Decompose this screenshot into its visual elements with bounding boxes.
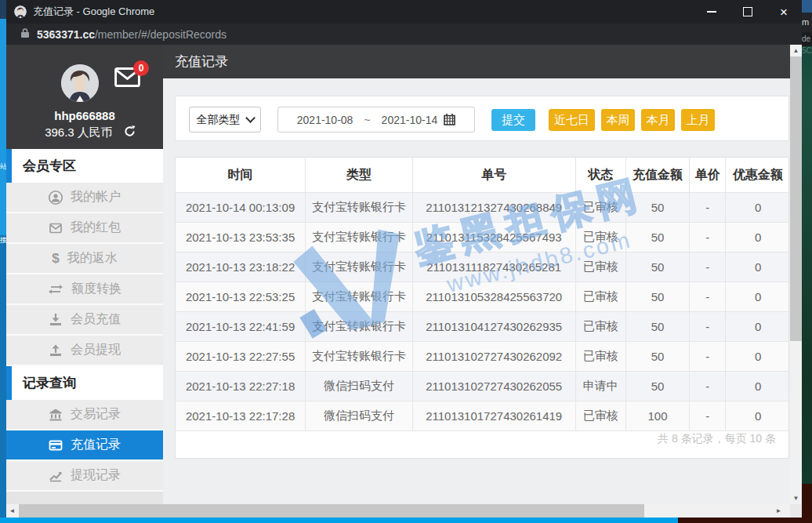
lock-icon (20, 27, 30, 42)
status-badge: 已审核 (575, 193, 625, 223)
desktop: 站 接 m de 5C 充值记录 - Google Chrome × (0, 0, 812, 523)
vertical-scrollbar[interactable]: ▲ ▼ (790, 45, 802, 504)
table-row: 2021-10-13 22:27:18 微信扫码支付 2110131027274… (176, 372, 789, 401)
minimize-button[interactable] (694, 0, 730, 24)
chevron-down-icon (245, 113, 256, 123)
scroll-up-arrow-icon[interactable]: ▲ (790, 45, 802, 56)
table-header-row: 时间 类型 单号 状态 充值金额 单价 优惠金额 赠送金额 (176, 158, 789, 193)
col-unit-price: 单价 (690, 158, 726, 193)
col-amount: 充值金额 (625, 158, 689, 193)
col-discount: 优惠金额 (726, 158, 789, 193)
calendar-icon[interactable] (444, 114, 455, 125)
this-week-button[interactable]: 本周 (601, 109, 635, 131)
section-header-member-zone: 会员专区 (6, 149, 163, 183)
browser-window: 充值记录 - Google Chrome × 5363371.cc/member… (6, 0, 802, 518)
maximize-button[interactable] (730, 0, 766, 24)
page: 0 hhp666888 396.3 人民币 会员专区 我的帐户 (6, 45, 802, 504)
type-select[interactable]: 全部类型 (189, 107, 261, 133)
sidebar-item-quota-transfer[interactable]: 额度转换 (6, 274, 163, 305)
date-separator: ~ (364, 114, 370, 126)
sidebar-item-my-red-packet[interactable]: 我的红包 (6, 213, 163, 244)
status-badge: 已审核 (575, 223, 625, 252)
date-range-input[interactable]: 2021-10-08 ~ 2021-10-14 (277, 107, 475, 133)
sidebar-item-label: 我的帐户 (71, 189, 121, 205)
site-favicon-icon (14, 5, 27, 18)
sidebar-item-label: 充值记录 (71, 437, 121, 453)
sidebar-item-transaction-records[interactable]: 交易记录 (6, 400, 163, 430)
sidebar-item-deposit-records[interactable]: 充值记录 (6, 430, 163, 461)
sidebar-item-label: 我的返水 (67, 250, 118, 267)
date-to: 2021-10-14 (382, 114, 438, 126)
bank-icon (49, 408, 63, 422)
sidebar-item-label: 额度转换 (71, 281, 121, 297)
scroll-right-arrow-icon[interactable]: ► (773, 504, 785, 518)
username: hhp666888 (6, 109, 163, 122)
sidebar-item-member-withdraw[interactable]: 会员提现 (6, 336, 163, 366)
address-bar[interactable]: 5363371.cc/member/#/depositRecords (6, 24, 802, 45)
dollar-icon: $ (52, 252, 59, 265)
sidebar-item-label: 我的红包 (71, 220, 121, 236)
sidebar-item-label: 提现记录 (71, 467, 121, 484)
red-packet-icon (49, 221, 63, 235)
last-seven-days-button[interactable]: 近七日 (549, 109, 595, 131)
col-order-no: 单号 (412, 158, 575, 193)
url-domain: 5363371.cc (37, 28, 95, 41)
date-from: 2021-10-08 (297, 114, 353, 126)
table-row: 2021-10-13 22:27:55 支付宝转账银行卡 21101310272… (176, 342, 789, 372)
desktop-edge-right: m de 5C (802, 0, 812, 523)
window-title: 充值记录 - Google Chrome (33, 5, 154, 19)
sidebar: 0 hhp666888 396.3 人民币 会员专区 我的帐户 (6, 45, 163, 504)
sidebar-item-withdraw-records[interactable]: 提现记录 (6, 461, 163, 492)
col-time: 时间 (176, 158, 306, 193)
sidebar-item-my-rebate[interactable]: $ 我的返水 (6, 244, 163, 274)
avatar[interactable] (61, 64, 99, 102)
mail-badge: 0 (133, 60, 149, 76)
submit-button[interactable]: 提交 (491, 109, 535, 131)
transfer-icon (48, 282, 63, 296)
status-badge: 已审核 (575, 282, 625, 312)
this-month-button[interactable]: 本月 (641, 109, 675, 131)
url-path: /member/#/depositRecords (95, 28, 227, 41)
table-row: 2021-10-13 22:41:59 支付宝转账银行卡 21101310412… (176, 312, 789, 342)
vertical-scrollbar-thumb[interactable] (790, 56, 802, 341)
page-title: 充值记录 (175, 53, 228, 71)
close-button[interactable]: × (766, 0, 802, 24)
table-row: 2021-10-13 22:17:28 微信扫码支付 2110131017274… (176, 401, 789, 431)
window-controls: × (694, 0, 802, 24)
type-select-value: 全部类型 (197, 113, 241, 127)
filter-bar: 全部类型 2021-10-08 ~ 2021-10-14 提交 近七日 本周 本… (175, 96, 789, 141)
last-month-button[interactable]: 上月 (681, 109, 715, 131)
status-badge: 申请中 (575, 372, 625, 401)
chart-icon (49, 469, 63, 483)
profile-panel: 0 hhp666888 396.3 人民币 (6, 45, 163, 149)
user-icon (49, 191, 63, 205)
refresh-balance-icon[interactable] (124, 125, 136, 140)
section-header-records: 记录查询 (6, 366, 163, 400)
table-row: 2021-10-13 23:18:22 支付宝转账银行卡 21101311182… (176, 252, 789, 282)
sidebar-item-label: 交易记录 (71, 406, 121, 423)
col-status: 状态 (575, 158, 625, 193)
minimize-icon (707, 11, 716, 13)
sidebar-item-member-deposit[interactable]: 会员充值 (6, 305, 163, 336)
horizontal-scrollbar[interactable]: ◄ ► (6, 504, 802, 518)
sidebar-item-my-account[interactable]: 我的帐户 (6, 183, 163, 213)
records-table-card: 时间 类型 单号 状态 充值金额 单价 优惠金额 赠送金额 2021-10-14… (175, 157, 789, 459)
deposit-icon (49, 313, 63, 327)
sidebar-nav: 会员专区 我的帐户 我的红包 $ 我的返水 额 (6, 149, 163, 504)
horizontal-scrollbar-thumb[interactable] (19, 504, 644, 518)
status-badge: 已审核 (575, 342, 625, 372)
status-badge: 已审核 (575, 312, 625, 342)
desktop-edge-left: 站 接 (0, 0, 6, 523)
table-row: 2021-10-13 22:53:25 支付宝转账银行卡 21101310532… (176, 282, 789, 312)
table-row: 2021-10-14 00:13:09 支付宝转账银行卡 21101312132… (176, 193, 789, 223)
sidebar-item-label: 会员充值 (71, 311, 121, 328)
status-badge: 已审核 (575, 401, 625, 431)
records-table: 时间 类型 单号 状态 充值金额 单价 优惠金额 赠送金额 2021-10-14… (176, 158, 789, 431)
withdraw-icon (49, 343, 63, 358)
browser-titlebar: 充值记录 - Google Chrome × (6, 0, 802, 24)
page-url: 5363371.cc/member/#/depositRecords (37, 28, 227, 41)
close-icon: × (780, 5, 788, 19)
col-type: 类型 (306, 158, 413, 193)
scroll-down-arrow-icon[interactable]: ▼ (790, 492, 802, 504)
scroll-left-arrow-icon[interactable]: ◄ (6, 504, 18, 518)
